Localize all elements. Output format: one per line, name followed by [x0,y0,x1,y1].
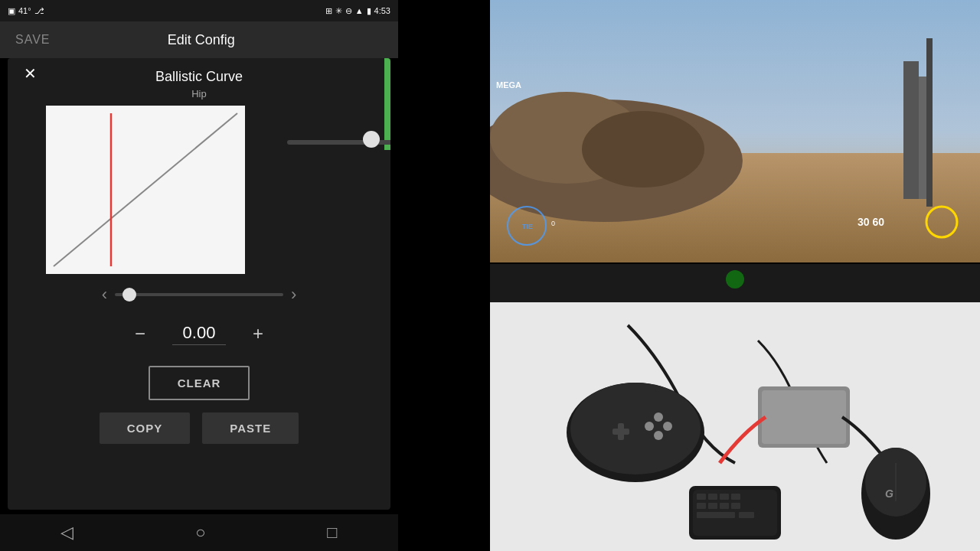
card-header: ✕ Ballistic Curve [8,58,390,88]
right-arrow[interactable]: › [291,285,296,305]
phone-ui: ▣ 41° ⎇ ⊞ ✳ ⊖ ▲ ▮ 4:53 SAVE Edit Config … [0,0,398,551]
paste-button[interactable]: PASTE [202,412,299,444]
battery-temp: 41° [18,6,31,15]
svg-rect-38 [731,494,740,500]
game-screenshot-panel: TIE 0 MEGA 30 60 [490,0,980,264]
game-scene-svg: TIE 0 MEGA 30 60 [490,0,980,264]
svg-rect-35 [697,494,706,500]
nav-recent-button[interactable]: □ [327,523,337,543]
left-arrow[interactable]: ‹ [102,285,107,305]
vertical-slider[interactable] [287,140,390,145]
ballistic-curve-card: ✕ Ballistic Curve Hip ‹ › [8,58,390,510]
value-row: − 0.00 + [8,315,390,360]
svg-rect-39 [697,503,706,509]
svg-point-24 [654,431,663,440]
save-button[interactable]: SAVE [15,33,51,47]
ballistic-chart[interactable] [46,106,245,274]
card-subtitle: Hip [8,88,390,106]
screen-icon: ▣ [8,6,15,16]
clear-button[interactable]: CLEAR [149,366,250,400]
toolbar-title: Edit Config [168,32,235,48]
nav-back-button[interactable]: ◁ [60,523,74,543]
game-screenshot: TIE 0 MEGA 30 60 [490,0,980,264]
decrement-button[interactable]: − [126,320,154,347]
close-button[interactable]: ✕ [18,62,41,85]
cast-icon: ⊞ [325,6,332,16]
svg-rect-43 [697,512,735,518]
clear-button-row: CLEAR [8,360,390,406]
svg-rect-9 [926,38,933,207]
svg-text:0: 0 [551,220,555,227]
time: 4:53 [374,6,390,15]
battery-icon: ▮ [367,6,371,16]
status-right: ⊞ ✳ ⊖ ▲ ▮ 4:53 [325,6,390,16]
svg-rect-7 [903,61,919,199]
svg-point-6 [582,111,704,187]
svg-text:TIE: TIE [522,223,533,230]
value-display: 0.00 [172,323,226,345]
vertical-slider-container [352,58,390,227]
svg-point-20 [570,383,701,474]
status-left: ▣ 41° ⎇ [8,6,44,16]
svg-rect-40 [708,503,717,509]
bluetooth-icon: ✳ [335,6,342,16]
increment-button[interactable]: + [244,320,272,347]
svg-rect-41 [720,503,729,509]
svg-rect-42 [731,503,740,509]
card-title: Ballistic Curve [155,69,243,85]
svg-text:MEGA: MEGA [496,80,521,90]
usb-icon: ⎇ [34,6,44,16]
svg-rect-44 [739,512,754,518]
controller-svg: G [490,264,980,551]
svg-point-22 [663,422,672,431]
copy-paste-row: COPY PASTE [8,406,390,450]
svg-point-18 [726,270,744,289]
svg-rect-36 [708,494,717,500]
horizontal-slider-row: ‹ › [8,274,390,315]
svg-text:G: G [885,487,893,500]
copy-button[interactable]: COPY [100,412,191,444]
chart-section [8,106,390,274]
minus-icon: ⊖ [345,6,352,16]
status-bar: ▣ 41° ⎇ ⊞ ✳ ⊖ ▲ ▮ 4:53 [0,0,398,21]
svg-rect-26 [618,423,624,440]
controller-area: G [490,264,980,551]
controller-panel: G [490,264,980,551]
nav-home-button[interactable]: ○ [195,523,205,543]
svg-line-0 [54,113,237,266]
wifi-icon: ▲ [355,6,364,15]
svg-point-21 [654,412,663,422]
nav-bar: ◁ ○ □ [0,514,398,551]
svg-rect-28 [762,390,846,444]
toolbar: SAVE Edit Config [0,21,398,58]
chart-svg [46,106,245,274]
svg-rect-37 [720,494,729,500]
horizontal-slider[interactable] [115,293,283,296]
svg-point-23 [645,422,654,431]
svg-text:30  60: 30 60 [858,216,884,228]
